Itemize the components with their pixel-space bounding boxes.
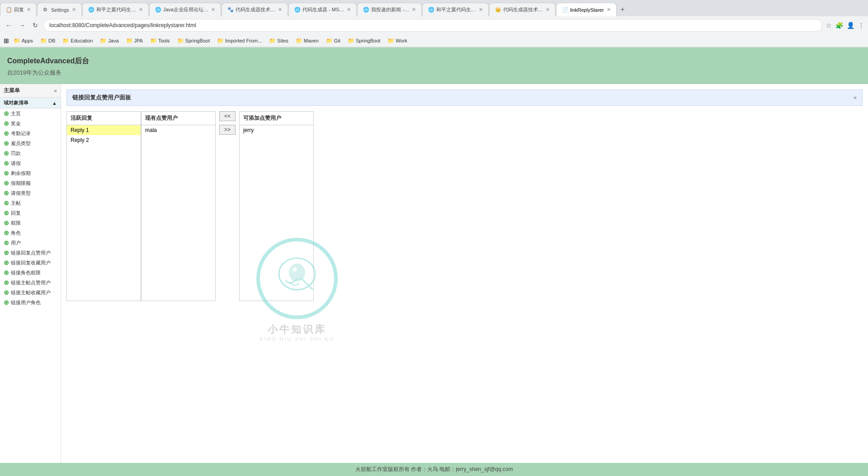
tab-8-close[interactable]: ✕ [479, 7, 483, 13]
apps-grid-icon[interactable]: ⊞ [4, 37, 9, 44]
tab-5[interactable]: 🐾 代码生成器技术… ✕ [222, 3, 288, 16]
sidebar-item-remaining-leave[interactable]: ⊕ 剩余假期 [0, 168, 61, 178]
tab-5-label: 代码生成器技术… [236, 6, 275, 13]
current-fans-panel: 现有点赞用户 mala [141, 111, 216, 301]
bookmark-tools[interactable]: 📁 Tools [147, 37, 173, 45]
tab-1[interactable]: 📋 回复 ✕ [0, 3, 37, 16]
tab-2[interactable]: ⚙ Settings ✕ [37, 3, 82, 16]
link-reply-collect-plus-icon: ⊕ [4, 259, 9, 266]
role-plus-icon: ⊕ [4, 229, 9, 236]
transfer-left-button[interactable]: << [219, 111, 236, 121]
tab-10-close[interactable]: ✕ [607, 7, 611, 13]
sidebar-item-leave-type[interactable]: ⊕ 请假类型 [0, 188, 61, 198]
sidebar-item-reply[interactable]: ⊕ 回复 [0, 208, 61, 218]
post-plus-icon: ⊕ [4, 199, 9, 207]
tab-3-label: 和平之翼代码生… [96, 6, 136, 13]
main-layout: 主菜单 « 域对象清单 ▲ ⊕ 主页 ⊕ 奖金 ⊕ 考勤记录 ⊕ 雇员类型 [0, 84, 868, 474]
sidebar-item-link-user-role[interactable]: ⊕ 链接用户角色 [0, 297, 61, 307]
bookmark-imported[interactable]: 📁 Imported From... [214, 37, 264, 45]
sidebar-item-link-reply-like[interactable]: ⊕ 链接回复点赞用户 [0, 248, 61, 258]
bookmark-git[interactable]: 📁 Git [323, 37, 343, 45]
bookmark-db[interactable]: 📁 DB [38, 37, 58, 45]
sidebar-item-permission[interactable]: ⊕ 权限 [0, 218, 61, 228]
bookmark-work[interactable]: 📁 Work [385, 37, 410, 45]
tab-4-close[interactable]: ✕ [211, 7, 215, 13]
rem-leave-plus-icon: ⊕ [4, 170, 9, 177]
new-tab-button[interactable]: + [617, 4, 628, 15]
sidebar-item-employee-type[interactable]: ⊕ 雇员类型 [0, 138, 61, 148]
sidebar-main-menu-label: 主菜单 [4, 87, 20, 94]
tab-6-close[interactable]: ✕ [347, 7, 351, 13]
sidebar-item-penalty[interactable]: ⊕ 罚款 [0, 148, 61, 158]
bookmark-sites[interactable]: 📁 Sites [266, 37, 291, 45]
extensions-icon[interactable]: 🧩 [835, 22, 843, 29]
content-area: 链接回复点赞用户面板 « 活跃回复 Reply 1 Reply 2 现有点赞用户 [61, 84, 868, 474]
tab-3-close[interactable]: ✕ [139, 7, 143, 13]
tab-8[interactable]: 🌐 和平之翼代码生… ✕ [422, 3, 489, 16]
sidebar-item-role[interactable]: ⊕ 角色 [0, 228, 61, 238]
bookmark-java[interactable]: 📁 Java [97, 37, 121, 45]
panel-container: 活跃回复 Reply 1 Reply 2 现有点赞用户 mala << [66, 111, 863, 301]
tab-10[interactable]: 📄 linkReplyStarer ✕ [556, 3, 617, 16]
bookmark-apps-label: Apps [22, 38, 33, 43]
tab-1-close[interactable]: ✕ [27, 7, 31, 13]
url-input[interactable] [43, 19, 822, 32]
add-fans-header: 可添加点赞用户 [240, 112, 313, 125]
add-fan-jerry[interactable]: jerry [240, 125, 313, 135]
sidebar-item-attendance[interactable]: ⊕ 考勤记录 [0, 128, 61, 138]
sidebar-item-bonus[interactable]: ⊕ 奖金 [0, 118, 61, 128]
git-folder-icon: 📁 [326, 38, 333, 44]
sidebar-item-leave[interactable]: ⊕ 请假 [0, 158, 61, 168]
content-header: 链接回复点赞用户面板 « [66, 90, 863, 106]
sidebar-collapse-button[interactable]: « [54, 88, 57, 94]
bookmark-star-icon[interactable]: ☆ [826, 22, 832, 29]
footer: 火箭船工作室版权所有 作者：火鸟 电邮：jerry_shen_sjf@qq.co… [0, 463, 868, 474]
tab-9[interactable]: 👑 代码生成器技术… ✕ [489, 3, 556, 16]
reload-button[interactable]: ↻ [31, 20, 40, 31]
tools-folder-icon: 📁 [150, 38, 157, 44]
tab-9-close[interactable]: ✕ [546, 7, 550, 13]
profile-icon[interactable]: 👤 [847, 22, 854, 29]
tab-8-label: 和平之翼代码生… [436, 6, 476, 13]
sidebar-item-link-role-perm[interactable]: ⊕ 链接角色权限 [0, 268, 61, 278]
tab-7-close[interactable]: ✕ [412, 7, 416, 13]
tab-3[interactable]: 🌐 和平之翼代码生… ✕ [82, 3, 149, 16]
tab-6[interactable]: 🌐 代码生成器 - MS… ✕ [288, 3, 357, 16]
bookmark-jpa[interactable]: 📁 JPA [123, 37, 146, 45]
bookmark-jpa-label: JPA [134, 38, 143, 43]
sidebar-item-leave-limit[interactable]: ⊕ 假期限额 [0, 178, 61, 188]
watermark-sub-text: XIAO NIU ZHI SHI KU [259, 336, 335, 342]
sidebar-item-link-post-collect[interactable]: ⊕ 链接主帖收藏用户 [0, 287, 61, 297]
bookmark-education[interactable]: 📁 Education [60, 37, 95, 45]
tab-5-icon: 🐾 [227, 7, 234, 13]
tab-4[interactable]: 🌐 Java企业应用论坛… ✕ [149, 3, 221, 16]
reply-item-2[interactable]: Reply 2 [67, 135, 141, 145]
back-button[interactable]: ← [4, 20, 14, 31]
current-fan-mala[interactable]: mala [142, 125, 215, 135]
tab-2-close[interactable]: ✕ [72, 7, 76, 13]
forward-button[interactable]: → [17, 20, 27, 31]
content-collapse-button[interactable]: « [854, 94, 857, 101]
menu-icon[interactable]: ⋮ [858, 22, 864, 29]
sidebar-section-header[interactable]: 域对象清单 ▲ [0, 98, 61, 108]
sidebar-item-link-post-like[interactable]: ⊕ 链接主帖点赞用户 [0, 278, 61, 287]
transfer-right-button[interactable]: >> [219, 125, 236, 135]
bookmark-apps[interactable]: 📁 Apps [11, 37, 36, 45]
sidebar-item-role-label: 角色 [11, 230, 21, 236]
bookmark-maven-label: Maven [304, 38, 319, 43]
current-fans-body: mala [142, 125, 215, 297]
sidebar-item-user[interactable]: ⊕ 用户 [0, 238, 61, 248]
sidebar-item-link-reply-collect[interactable]: ⊕ 链接回复收藏用户 [0, 258, 61, 268]
reply-item-1[interactable]: Reply 1 [67, 125, 141, 135]
sidebar-section-toggle-icon: ▲ [52, 100, 57, 106]
sidebar-item-post[interactable]: ⊕ 主帖 [0, 198, 61, 208]
bookmark-maven[interactable]: 📁 Maven [293, 37, 321, 45]
bookmark-springboot1[interactable]: 📁 SpringBoot [175, 37, 212, 45]
tab-7[interactable]: 🌐 我投递的新闻 -… ✕ [357, 3, 422, 16]
sidebar-item-home[interactable]: ⊕ 主页 [0, 108, 61, 118]
address-bar: ← → ↻ ☆ 🧩 👤 ⋮ [0, 16, 868, 34]
bookmark-springboot2[interactable]: 📁 SpringBoot [345, 37, 383, 45]
sidebar-item-employee-type-label: 雇员类型 [11, 140, 31, 147]
active-replies-panel: 活跃回复 Reply 1 Reply 2 [66, 111, 141, 301]
tab-5-close[interactable]: ✕ [278, 7, 282, 13]
